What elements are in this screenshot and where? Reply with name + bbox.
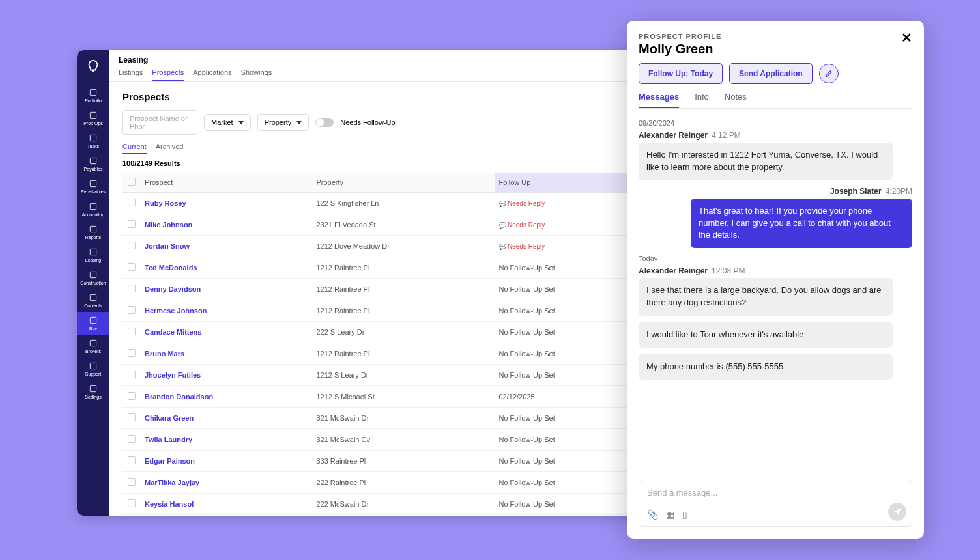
nav-brokers[interactable]: Brokers [77,335,109,357]
composer-input[interactable]: Send a message... [647,488,904,497]
svg-rect-10 [90,317,96,323]
svg-rect-1 [90,112,96,118]
prospect-link[interactable]: Chikara Green [141,408,312,429]
attach-icon[interactable]: 📎 [647,509,658,520]
row-checkbox[interactable] [128,392,136,400]
close-icon[interactable]: ✕ [901,30,912,46]
svg-rect-0 [90,89,96,95]
edit-button[interactable] [819,64,839,83]
msg-bubble: Hello I'm interested in 1212 Fort Yuma, … [639,143,893,180]
prospect-link[interactable]: Candace Mittens [141,322,312,343]
row-checkbox[interactable] [128,456,136,464]
prospect-link[interactable]: Ruby Rosey [141,193,312,214]
col-property[interactable]: Property [312,173,495,193]
sidebar: PortfolioProp OpsTasksPayablesReceivable… [77,50,109,516]
needs-followup-toggle[interactable] [315,118,334,127]
search-input[interactable]: Prospect Name or Phor [122,110,197,135]
prospect-link[interactable]: MarTikka Jayjay [141,472,312,494]
nav-receivables[interactable]: Receivables [77,175,109,198]
svg-rect-13 [90,385,96,391]
row-checkbox[interactable] [128,242,136,249]
nav-reports[interactable]: Reports [77,221,109,244]
svg-rect-12 [90,363,96,369]
prospect-link[interactable]: Twila Laundry [141,429,312,451]
row-checkbox[interactable] [128,220,136,228]
message-composer[interactable]: Send a message... 📎 ▦ ▯ [639,481,912,527]
nav-icon [89,339,98,348]
panel-tab-messages[interactable]: Messages [639,92,679,108]
nav-icon [89,179,98,188]
prospect-link[interactable]: Ted McDonalds [141,257,312,279]
date-label: 09/20/2024 [639,119,912,127]
msg-header: Alexander Reinger12:08 PM [639,266,912,275]
nav-prop-ops[interactable]: Prop Ops [77,107,109,130]
panel-tab-info[interactable]: Info [695,92,709,108]
send-button[interactable] [888,503,906,521]
nav-tasks[interactable]: Tasks [77,130,109,152]
nav-leasing[interactable]: Leasing [77,244,109,266]
nav-payables[interactable]: Payables [77,152,109,175]
row-checkbox[interactable] [128,199,136,206]
chevron-down-icon [238,121,244,124]
send-application-button[interactable]: Send Application [729,63,813,84]
col-prospect[interactable]: Prospect [141,173,312,193]
property-filter[interactable]: Property [257,114,310,131]
col-followup[interactable]: Follow Up [495,173,639,193]
msg-header: Joseph Slater4:20PM [639,187,912,196]
prospect-link[interactable]: Hermese Johnson [141,300,312,322]
svg-rect-3 [90,158,96,163]
row-checkbox[interactable] [128,306,136,314]
row-checkbox[interactable] [128,413,136,421]
msg-header: Alexander Reinger4:12 PM [639,131,912,140]
msg-bubble: I see that there is a large backyard. Do… [639,278,893,316]
nav-buy[interactable]: Buy [77,312,109,335]
chevron-down-icon [296,121,302,124]
tab-listings[interactable]: Listings [119,68,143,81]
select-all-checkbox[interactable] [128,178,136,186]
nav-support[interactable]: Support [77,357,109,380]
followup-button[interactable]: Follow Up: Today [639,63,723,84]
subtab-archived[interactable]: Archived [156,143,184,154]
nav-icon [89,88,98,97]
template-icon[interactable]: ▦ [666,509,674,520]
row-checkbox[interactable] [128,499,136,507]
doc-icon[interactable]: ▯ [682,509,687,520]
nav-icon [89,156,98,165]
row-checkbox[interactable] [128,263,136,271]
prospect-link[interactable]: Edgar Painson [141,451,312,472]
tab-prospects[interactable]: Prospects [152,68,184,81]
row-checkbox[interactable] [128,435,136,443]
prospect-link[interactable]: Brandon Donaldson [141,386,312,408]
panel-tab-notes[interactable]: Notes [725,92,747,108]
prospect-link[interactable]: Keysia Hansol [141,494,312,515]
row-checkbox[interactable] [128,285,136,292]
row-checkbox[interactable] [128,349,136,357]
subtab-current[interactable]: Current [122,143,147,154]
prospect-profile-panel: ✕ PROSPECT PROFILE Molly Green Follow Up… [627,21,924,539]
nav-icon [89,225,98,234]
nav-contacts[interactable]: Contacts [77,289,109,312]
prospect-link[interactable]: Bruno Mars [141,343,312,365]
row-checkbox[interactable] [128,328,136,335]
nav-icon [89,270,98,279]
row-checkbox[interactable] [128,478,136,486]
nav-construction[interactable]: Construction [77,266,109,289]
nav-settings[interactable]: Settings [77,380,109,403]
nav-portfolio[interactable]: Portfolio [77,84,109,107]
tab-applications[interactable]: Applications [193,68,231,81]
nav-icon [89,361,98,371]
svg-rect-9 [90,294,96,300]
prospect-link[interactable]: Denny Davidson [141,279,312,300]
row-checkbox[interactable] [128,371,136,378]
prospect-link[interactable]: Mike Johnson [141,214,312,236]
nav-icon [89,316,98,325]
prospect-link[interactable]: Jordan Snow [141,236,312,257]
tab-showings[interactable]: Showings [241,68,272,81]
nav-icon [89,247,98,257]
market-filter[interactable]: Market [204,114,251,131]
nav-accounting[interactable]: Accounting [77,198,109,221]
nav-icon [89,111,98,120]
nav-icon [89,293,98,302]
prospect-link[interactable]: Jhocelyn Futiles [141,365,312,386]
msg-bubble: My phone number is (555) 555-5555 [639,354,893,380]
